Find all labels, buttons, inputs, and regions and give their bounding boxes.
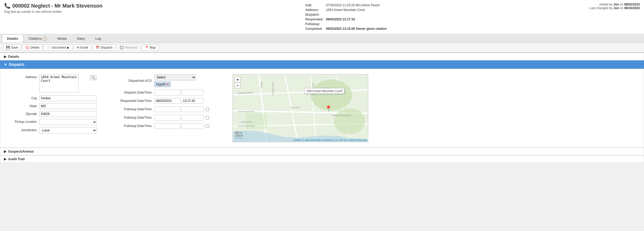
suspect-section-header[interactable]: ▶ Suspect/Animal <box>0 148 644 155</box>
address-search-button[interactable]: 🔍 <box>90 75 97 80</box>
map-attribution: Leaflet | © OpenStreetMap contributors |… <box>293 139 367 141</box>
details-section-header[interactable]: ▶ Details <box>0 53 644 60</box>
dispatch-section-header[interactable]: ▼ Dispatch <box>0 60 644 69</box>
followup2-checkbox[interactable] <box>206 116 209 119</box>
responded-datetime-row: Responded Date/Time <box>112 98 217 104</box>
dispatch-button[interactable]: 📅 Dispatch <box>93 44 116 51</box>
improve-link[interactable]: Improve this map <box>349 139 367 141</box>
followup1-datetime-row: Followup Date/Time <box>112 106 217 112</box>
map-icon: 📍 <box>145 46 149 49</box>
zipcode-input[interactable] <box>39 111 97 117</box>
followup2-date-input[interactable] <box>154 115 180 120</box>
responded-time-input[interactable] <box>181 98 204 104</box>
zipcode-row: Zipcode <box>8 111 97 117</box>
zoom-out-button[interactable]: − <box>235 83 241 88</box>
jurisdiction-row: Jurisdiction Local County State <box>8 127 97 134</box>
respond-button[interactable]: 🔲 Respond <box>117 44 140 51</box>
followup2-time-input[interactable] <box>181 115 204 120</box>
scale-300m: 300 m <box>235 131 243 134</box>
case-title: 📞 000002 Neglect - Mr Mark Stevenson <box>4 3 103 9</box>
followup1-checkbox[interactable] <box>206 108 209 111</box>
cc-link[interactable]: CC-BY-SA <box>336 139 347 141</box>
city-label: City <box>8 95 37 100</box>
followup3-datetime-label: Followup Date/Time <box>112 124 152 128</box>
aco-select[interactable]: Select NigelM <box>154 74 196 80</box>
followup-label: Followup: <box>304 22 324 26</box>
address-row: Address 1054 Green Mountain Court 🔍 <box>8 74 97 93</box>
svg-text:Summit Acres: Summit Acres <box>241 121 252 123</box>
map-label: Map <box>150 46 156 49</box>
pickup-select[interactable] <box>39 119 97 125</box>
audit-chevron-icon: ▶ <box>4 157 7 161</box>
aco-remove-button[interactable]: × <box>167 82 169 86</box>
responded-date-input[interactable] <box>154 98 180 104</box>
email-button[interactable]: ✉ Email <box>74 44 91 51</box>
followup2-datetime-row: Followup Date/Time <box>112 115 217 120</box>
leaflet-link[interactable]: Leaflet <box>293 139 300 141</box>
followup3-date-input[interactable] <box>154 123 180 129</box>
audit-section-label: Audit Trail <box>8 157 25 161</box>
dispatch-datetime-label: Dispatch Date/Time <box>112 91 152 94</box>
aco-wrapper: Select NigelM NigelM × <box>154 74 196 87</box>
audit-section-header[interactable]: ▶ Audit Trail <box>0 155 644 163</box>
pickup-input-wrapper <box>39 119 97 125</box>
svg-text:en Creek: en Creek <box>236 137 243 139</box>
followup1-time-input[interactable] <box>181 106 204 112</box>
map-scale: 300 m 1000 ft <box>235 131 243 137</box>
call-value: 07/20/2023 11:25:26 Mrs Alison Peach <box>325 3 388 7</box>
followup2-datetime-label: Followup Date/Time <box>112 116 152 119</box>
svg-text:Green Knoll Drive: Green Knoll Drive <box>238 110 255 113</box>
details-section-label: Details <box>8 55 19 59</box>
address-textarea[interactable]: 1054 Green Mountain Court <box>39 74 79 93</box>
case-description: Dog tied up outside in rain without shel… <box>4 10 103 14</box>
dispatched-aco-row: Dispatched ACO Select NigelM NigelM × <box>112 74 217 87</box>
state-input[interactable] <box>39 103 97 109</box>
dispatched-aco-label: Dispatched ACO <box>112 79 152 83</box>
dispatch-time-input[interactable] <box>181 90 204 95</box>
document-label: Document <box>52 46 66 49</box>
document-button[interactable]: 📄 Document ▶ <box>44 44 72 51</box>
tab-media[interactable]: Media <box>52 34 71 43</box>
tab-log[interactable]: Log <box>91 34 106 43</box>
dispatch-section-label: Dispatch <box>9 62 24 67</box>
delete-button[interactable]: 🚫 Delete <box>22 44 42 51</box>
followup2-datetime-inputs <box>154 115 209 120</box>
delete-label: Delete <box>30 46 39 49</box>
tabs-bar: Details Citations 📋 Media Diary Log <box>0 34 644 43</box>
followup-value <box>325 22 388 26</box>
followup3-checkbox[interactable] <box>206 124 209 128</box>
call-label: Call: <box>304 3 324 7</box>
address-field-label: Address <box>8 74 37 79</box>
map-button[interactable]: 📍 Map <box>142 44 159 51</box>
city-input[interactable] <box>39 95 97 101</box>
dispatch-datetime-row: Dispatch Date/Time <box>112 90 217 95</box>
document-arrow-icon: ▶ <box>67 46 69 49</box>
zipcode-input-wrapper <box>39 111 97 117</box>
tab-diary[interactable]: Diary <box>72 34 90 43</box>
map-container[interactable]: Greenmar Drive South Drive Summer Meadow… <box>232 74 368 142</box>
zoom-in-button[interactable]: + <box>235 77 241 82</box>
dispatch-icon: 📅 <box>96 46 99 49</box>
respond-label: Respond <box>125 46 137 49</box>
svg-text:Blounts: Blounts <box>261 82 263 89</box>
address-value: 1054 Green Mountain Court <box>325 8 388 12</box>
tab-citations[interactable]: Citations 📋 <box>24 34 52 43</box>
zipcode-label: Zipcode <box>8 111 37 116</box>
osm-link[interactable]: OpenStreetMap contributors <box>305 139 334 141</box>
svg-text:Summer Meadows Dr: Summer Meadows Dr <box>331 114 351 117</box>
dispatch-collapse-icon: ▼ <box>4 62 7 67</box>
state-label: State <box>8 103 37 108</box>
followup1-datetime-label: Followup Date/Time <box>112 107 152 111</box>
map-pin: 📍 <box>325 105 332 112</box>
responded-datetime-label: Responded Date/Time <box>112 99 152 103</box>
save-button[interactable]: 💾 Save <box>3 44 21 51</box>
followup1-date-input[interactable] <box>154 106 180 112</box>
address-input-wrapper: 1054 Green Mountain Court 🔍 <box>39 74 97 93</box>
jurisdiction-select[interactable]: Local County State <box>39 127 97 134</box>
tab-details[interactable]: Details <box>2 34 23 43</box>
jurisdiction-label: Jurisdiction <box>8 127 37 132</box>
dispatch-date-input[interactable] <box>154 90 180 95</box>
followup3-time-input[interactable] <box>181 123 204 129</box>
case-title-text: 000002 Neglect - Mr Mark Stevenson <box>12 3 103 9</box>
document-icon: 📄 <box>47 46 51 49</box>
